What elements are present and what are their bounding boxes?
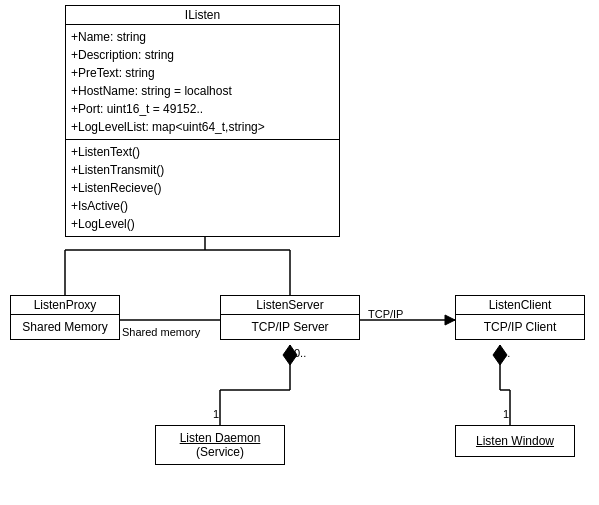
listenproxy-sublabel: Shared Memory <box>11 315 119 339</box>
ilisten-attributes: +Name: string +Description: string +PreT… <box>66 25 339 140</box>
listendaemon-box: Listen Daemon (Service) <box>155 425 285 465</box>
listenwindow-box: Listen Window <box>455 425 575 457</box>
ilisten-method-2: +ListenTransmit() <box>71 161 334 179</box>
listenserver-box: ListenServer TCP/IP Server <box>220 295 360 340</box>
ilisten-attr-2: +Description: string <box>71 46 334 64</box>
ilisten-method-1: +ListenText() <box>71 143 334 161</box>
ilisten-method-5: +LogLevel() <box>71 215 334 233</box>
ilisten-attr-6: +LogLevelList: map<uint64_t,string> <box>71 118 334 136</box>
ilisten-method-4: +IsActive() <box>71 197 334 215</box>
tcpip-label: TCP/IP <box>368 308 403 320</box>
ilisten-attr-3: +PreText: string <box>71 64 334 82</box>
uml-diagram: IListen +Name: string +Description: stri… <box>0 0 599 505</box>
ilisten-title: IListen <box>66 6 339 25</box>
listenclient-sublabel: TCP/IP Client <box>456 315 584 339</box>
listenclient-title: ListenClient <box>456 296 584 315</box>
listendaemon-title: Listen Daemon <box>180 431 261 445</box>
ilisten-attr-5: +Port: uint16_t = 49152.. <box>71 100 334 118</box>
listenserver-sublabel: TCP/IP Server <box>221 315 359 339</box>
ilisten-attr-4: +HostName: string = localhost <box>71 82 334 100</box>
listenserver-title: ListenServer <box>221 296 359 315</box>
one-server-label: 1 <box>213 408 219 420</box>
listenwindow-title: Listen Window <box>476 434 554 448</box>
listendaemon-subtitle: (Service) <box>196 445 244 459</box>
one-dot-dot-label: 1.. <box>498 347 510 359</box>
listenproxy-title: ListenProxy <box>11 296 119 315</box>
svg-marker-6 <box>445 315 455 325</box>
ilisten-method-3: +ListenRecieve() <box>71 179 334 197</box>
zero-dot-dot-label: 0.. <box>294 347 306 359</box>
listenproxy-box: ListenProxy Shared Memory <box>10 295 120 340</box>
one-client-label: 1 <box>503 408 509 420</box>
ilisten-box: IListen +Name: string +Description: stri… <box>65 5 340 237</box>
ilisten-methods: +ListenText() +ListenTransmit() +ListenR… <box>66 140 339 236</box>
listenclient-box: ListenClient TCP/IP Client <box>455 295 585 340</box>
shared-memory-label: Shared memory <box>122 326 200 338</box>
ilisten-attr-1: +Name: string <box>71 28 334 46</box>
